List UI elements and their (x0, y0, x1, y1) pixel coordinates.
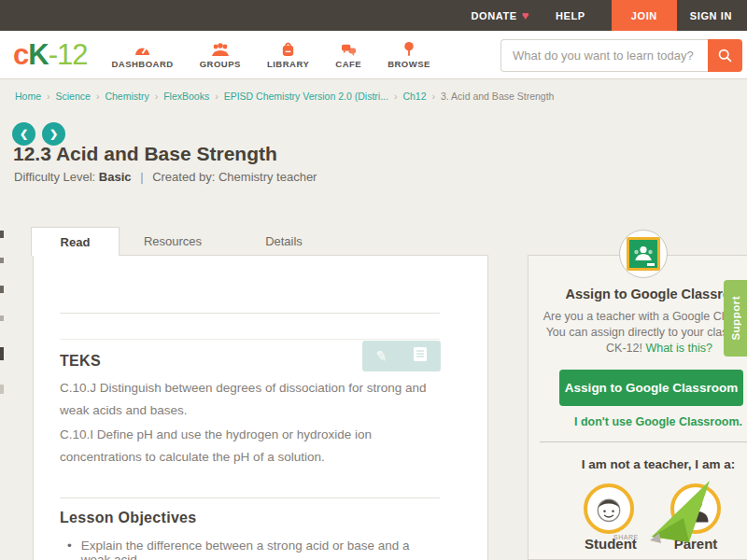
divider (60, 313, 440, 314)
objective-text: Explain the difference between a strong … (81, 539, 441, 560)
google-classroom-icon (627, 237, 660, 271)
classroom-card-heading: Assign to Google Classroom (529, 287, 747, 301)
left-edge-clipped-icon (0, 347, 4, 360)
browse-pin-icon (403, 40, 415, 57)
search-icon (717, 48, 733, 63)
breadcrumb-separator: › (394, 91, 398, 102)
cafe-chat-icon (340, 40, 358, 57)
difficulty-label: Difficulty Level: (14, 170, 95, 184)
breadcrumb-current: 3. Acid and Base Strength (441, 91, 554, 102)
student-role-button[interactable] (584, 483, 634, 534)
left-edge-clipped-icon (0, 286, 4, 293)
page-meta: Difficulty Level: Basic | Created by: Ch… (14, 170, 317, 184)
breadcrumb-separator: › (432, 91, 436, 102)
logo-c: c (13, 38, 28, 71)
divider (540, 441, 747, 442)
tab-details[interactable]: Details (264, 227, 303, 256)
breadcrumb-link-home[interactable]: Home (15, 91, 41, 102)
support-tab-label: Support (730, 296, 741, 341)
tab-resources[interactable]: Resources (145, 227, 201, 256)
nav-label: CAFE (335, 59, 361, 69)
breadcrumb-link-ch12[interactable]: Ch12 (402, 91, 426, 102)
breadcrumb-link-science[interactable]: Science (56, 91, 91, 102)
nav-items: DASHBOARD GROUPS LIBRARY CAFE BROWSE (111, 40, 430, 69)
search-button[interactable] (708, 39, 742, 72)
chevron-right-icon: ❯ (49, 128, 58, 140)
share-watermark: SHARE (613, 534, 639, 540)
breadcrumb-separator: › (215, 91, 218, 102)
teks-paragraph-1: C.10.J Distinguish between degrees of di… (60, 377, 433, 422)
difficulty-value: Basic (99, 170, 132, 184)
breadcrumb-link-flexbooks[interactable]: FlexBooks (163, 91, 209, 102)
nav-item-browse[interactable]: BROWSE (388, 40, 430, 69)
assign-to-classroom-button[interactable]: Assign to Google Classroom (559, 370, 743, 406)
breadcrumb-separator: › (96, 91, 100, 102)
left-edge-clipped-icon (0, 315, 4, 321)
breadcrumb-link-book[interactable]: EPISD Chemistry Version 2.0 (Distri... (224, 91, 388, 102)
google-classroom-card: Assign to Google Classroom Are you a tea… (528, 255, 747, 560)
nav-item-library[interactable]: LIBRARY (267, 40, 309, 69)
bullet-icon: • (67, 539, 72, 560)
donate-label: DONATE (471, 10, 516, 21)
nav-label: GROUPS (200, 59, 241, 69)
groups-people-icon (211, 40, 230, 57)
search-bar (500, 39, 742, 72)
breadcrumb-link-chemistry[interactable]: Chemistry (105, 91, 148, 102)
main-navbar: cK-12 DASHBOARD GROUPS LIBRARY CAFE (0, 31, 747, 79)
left-edge-clipped-icon (0, 231, 4, 238)
nav-label: DASHBOARD (111, 59, 173, 69)
sign-in-button[interactable]: SIGN IN (690, 10, 732, 21)
breadcrumb-separator: › (47, 91, 50, 102)
heart-icon: ♥ (522, 8, 529, 22)
nav-label: LIBRARY (267, 59, 309, 69)
breadcrumb: Home › Science › Chemistry › FlexBooks ›… (15, 91, 734, 102)
search-input[interactable] (500, 39, 708, 72)
left-edge-clipped-icon (0, 258, 4, 263)
student-face-icon (592, 492, 626, 525)
divider (60, 339, 440, 340)
breadcrumb-separator: › (155, 91, 159, 102)
page-title: 12.3 Acid and Base Strength (13, 143, 277, 165)
nav-item-cafe[interactable]: CAFE (335, 40, 361, 69)
nav-label: BROWSE (388, 59, 430, 69)
notes-document-icon[interactable] (413, 346, 428, 366)
role-prompt: I am not a teacher, I am a: (529, 457, 747, 471)
tab-read[interactable]: Read (31, 227, 120, 256)
ck12-logo[interactable]: cK-12 (13, 40, 87, 69)
teks-paragraph-2: C.10.I Define pH and use the hydrogen or… (60, 424, 433, 469)
classroom-card-body: Are you a teacher with a Google Classroo… (536, 309, 747, 357)
meta-separator: | (140, 170, 143, 184)
no-classroom-link[interactable]: I don't use Google Classroom. (529, 415, 747, 428)
dashboard-gauge-icon (134, 40, 151, 57)
annotation-toolbar[interactable]: ✎ (362, 341, 441, 371)
share-arrow-icon (650, 479, 712, 548)
objective-list-item: • Explain the difference between a stron… (67, 539, 441, 560)
top-utility-bar: DONATE ♥ HELP JOIN SIGN IN (0, 0, 747, 31)
teks-heading: TEKS (60, 353, 101, 370)
what-is-this-link[interactable]: What is this? (645, 342, 712, 355)
support-tab[interactable]: Support (724, 280, 747, 357)
nav-item-groups[interactable]: GROUPS (200, 40, 241, 69)
edit-pencil-icon[interactable]: ✎ (374, 347, 388, 366)
help-button[interactable]: HELP (556, 10, 585, 21)
created-by: Created by: Chemistry teacher (152, 170, 317, 184)
chevron-left-icon: ❮ (20, 128, 28, 140)
nav-item-dashboard[interactable]: DASHBOARD (111, 40, 173, 69)
google-classroom-badge (619, 230, 668, 278)
divider (60, 497, 440, 498)
donate-button[interactable]: DONATE ♥ (471, 8, 529, 22)
lesson-content-panel: ✎ TEKS C.10.J Distinguish between degree… (33, 255, 488, 560)
logo-12: -12 (49, 38, 88, 71)
logo-k: K (28, 38, 48, 71)
lesson-objectives-heading: Lesson Objectives (60, 510, 197, 526)
library-backpack-icon (280, 40, 296, 57)
join-button[interactable]: JOIN (612, 0, 677, 31)
left-edge-clipped-icon (0, 385, 4, 394)
